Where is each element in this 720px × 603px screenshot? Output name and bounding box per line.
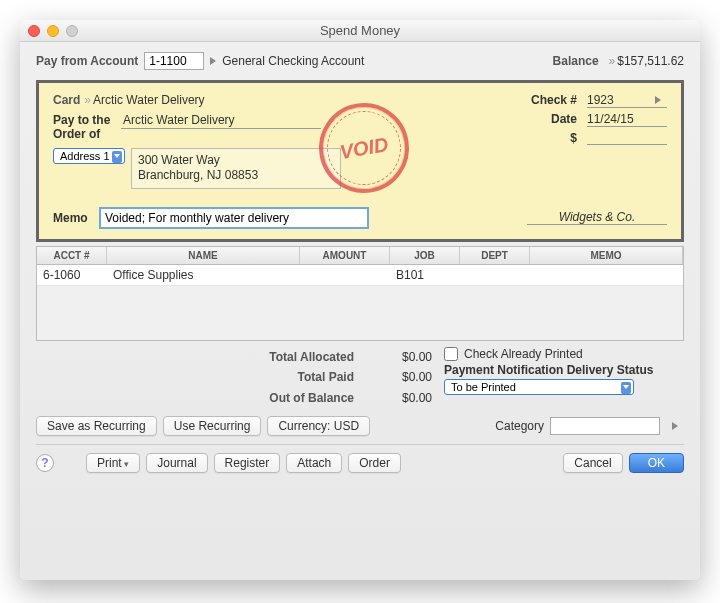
pay-from-label: Pay from Account	[36, 54, 138, 68]
attach-button[interactable]: Attach	[286, 453, 342, 473]
total-allocated-value: $0.00	[354, 347, 432, 367]
titlebar: Spend Money	[20, 20, 700, 42]
pay-to-label: Pay to theOrder of	[53, 113, 117, 142]
allocation-grid: ACCT # NAME AMOUNT JOB DEPT MEMO 6-1060 …	[36, 246, 684, 341]
col-amount[interactable]: AMOUNT	[300, 247, 390, 264]
account-lookup-icon[interactable]	[210, 57, 216, 65]
pay-from-account-field[interactable]	[144, 52, 204, 70]
out-of-balance-label: Out of Balance	[154, 388, 354, 408]
pay-to-value[interactable]: Arctic Water Delivery	[121, 113, 321, 129]
address-selector[interactable]: Address 1	[53, 148, 125, 164]
account-name: General Checking Account	[222, 54, 364, 68]
category-field[interactable]	[550, 417, 660, 435]
balance-label: Balance	[553, 54, 599, 68]
col-acct[interactable]: ACCT #	[37, 247, 107, 264]
register-button[interactable]: Register	[214, 453, 281, 473]
help-icon[interactable]: ?	[36, 454, 54, 472]
delivery-status-select[interactable]: To be Printed	[444, 379, 634, 395]
ok-button[interactable]: OK	[629, 453, 684, 473]
window-title: Spend Money	[20, 23, 700, 38]
print-button[interactable]: Print	[86, 453, 140, 473]
check-panel: Card » Arctic Water Delivery Check #1923…	[36, 80, 684, 242]
address-line-2: Branchburg, NJ 08853	[138, 168, 334, 184]
col-job[interactable]: JOB	[390, 247, 460, 264]
address-box[interactable]: 300 Water Way Branchburg, NJ 08853	[131, 148, 341, 189]
company-name: Widgets & Co.	[527, 210, 667, 225]
order-button[interactable]: Order	[348, 453, 401, 473]
date-value[interactable]: 11/24/15	[587, 112, 667, 127]
col-dept[interactable]: DEPT	[460, 247, 530, 264]
save-recurring-button[interactable]: Save as Recurring	[36, 416, 157, 436]
check-num-value[interactable]: 1923	[587, 93, 667, 108]
table-row[interactable]: 6-1060 Office Supplies B101	[37, 265, 683, 286]
address-line-1: 300 Water Way	[138, 153, 334, 169]
chevron-right-icon: »	[609, 54, 614, 68]
card-label: Card	[53, 93, 80, 107]
amount-label: $	[517, 131, 577, 145]
category-lookup-icon[interactable]	[672, 422, 678, 430]
spend-money-window: Spend Money Pay from Account General Che…	[20, 20, 700, 580]
memo-label: Memo	[53, 211, 93, 225]
grid-empty[interactable]	[37, 286, 683, 340]
total-paid-label: Total Paid	[154, 367, 354, 387]
memo-field[interactable]	[99, 207, 369, 229]
delivery-status-label: Payment Notification Delivery Status	[444, 363, 684, 377]
currency-button[interactable]: Currency: USD	[267, 416, 370, 436]
check-num-label: Check #	[517, 93, 577, 108]
total-allocated-label: Total Allocated	[154, 347, 354, 367]
amount-value[interactable]	[587, 131, 667, 145]
cancel-button[interactable]: Cancel	[563, 453, 622, 473]
col-name[interactable]: NAME	[107, 247, 300, 264]
col-memo[interactable]: MEMO	[530, 247, 683, 264]
category-label: Category	[495, 419, 544, 433]
top-bar: Pay from Account General Checking Accoun…	[36, 52, 684, 70]
card-value: Arctic Water Delivery	[93, 93, 545, 107]
balance-value: $157,511.62	[617, 54, 684, 68]
total-paid-value: $0.00	[354, 367, 432, 387]
out-of-balance-value: $0.00	[354, 388, 432, 408]
use-recurring-button[interactable]: Use Recurring	[163, 416, 262, 436]
chevron-right-icon: »	[84, 93, 89, 107]
date-label: Date	[517, 112, 577, 127]
journal-button[interactable]: Journal	[146, 453, 207, 473]
already-printed-checkbox[interactable]: Check Already Printed	[444, 347, 684, 361]
